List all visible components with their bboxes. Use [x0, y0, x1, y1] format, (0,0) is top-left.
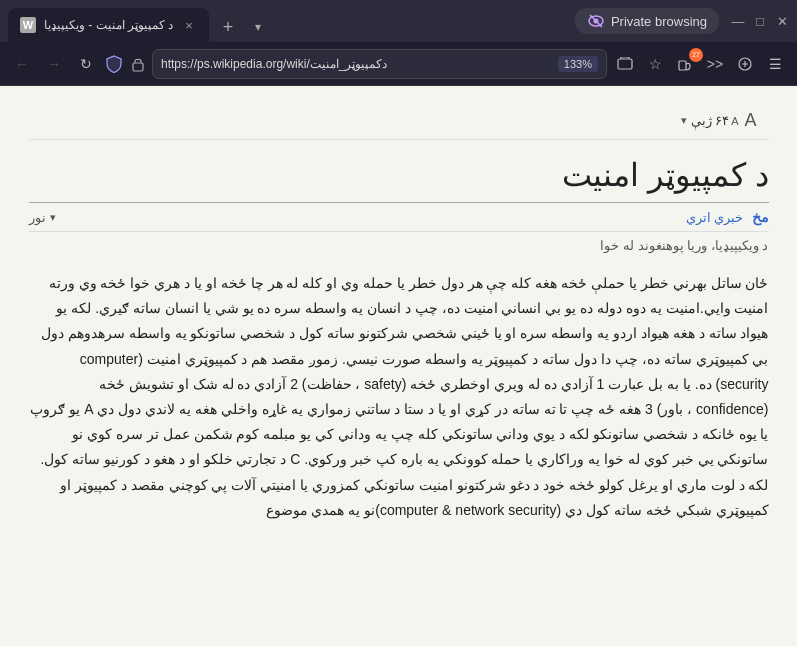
extensions-button[interactable]: 27 — [671, 50, 699, 78]
extensions-overflow-button[interactable]: >> — [701, 50, 729, 78]
url-text: https://ps.wikipedia.org/wiki/دکمپیوټر_ا… — [161, 57, 387, 71]
more-label: نور — [29, 210, 46, 225]
body-paragraph: ځان ساتل بهرني خطر یا حملې ځخه هغه کله چ… — [29, 271, 769, 523]
close-button[interactable]: ✕ — [775, 14, 789, 28]
wiki-nav-links: مخ خبري اتري ▾ نور — [29, 203, 769, 232]
svg-rect-4 — [679, 61, 686, 70]
forward-button[interactable]: → — [40, 50, 68, 78]
shield-icon — [104, 54, 124, 74]
translate-icon-small: A — [731, 115, 738, 127]
bookmark-button[interactable]: ☆ — [641, 50, 669, 78]
extensions-count: 27 — [689, 48, 703, 62]
active-tab[interactable]: W د کمپیوټر امنیت - ویکیپیډیا × — [8, 8, 209, 42]
screenshot-button[interactable] — [611, 50, 639, 78]
translate-icon: A — [744, 110, 756, 131]
menu-button[interactable]: ☰ — [761, 50, 789, 78]
nav-right-controls: ☆ 27 >> ☰ — [611, 50, 789, 78]
translation-dropdown-arrow[interactable]: ▾ — [681, 114, 687, 127]
back-button[interactable]: ← — [8, 50, 36, 78]
tab-dropdown-button[interactable]: ▾ — [243, 12, 273, 42]
maximize-button[interactable]: □ — [753, 14, 767, 28]
reload-button[interactable]: ↻ — [72, 50, 100, 78]
tab-title: د کمپیوټر امنیت - ویکیپیډیا — [44, 18, 173, 32]
lock-icon — [128, 54, 148, 74]
private-browsing-badge: Private browsing — [575, 8, 719, 34]
url-bar[interactable]: https://ps.wikipedia.org/wiki/دکمپیوټر_ا… — [152, 49, 607, 79]
tab-bar: W د کمپیوټر امنیت - ویکیپیډیا × + ▾ — [8, 0, 571, 42]
wiki-page: A A ۶۴ ژبې ▾ د کمپیوټر امنیت مخ خبري اتر… — [9, 86, 789, 563]
translation-bar: A A ۶۴ ژبې ▾ — [29, 102, 769, 140]
new-tab-button[interactable]: + — [213, 12, 243, 42]
main-tab-link[interactable]: مخ — [752, 209, 769, 225]
title-bar: W د کمپیوټر امنیت - ویکیپیډیا × + ▾ Priv… — [0, 0, 797, 42]
wiki-intro: د ویکیپیډیا، وریا پوهنغوند له خوا — [29, 232, 769, 259]
private-icon — [587, 12, 605, 30]
svg-rect-2 — [133, 63, 143, 71]
news-tab-link[interactable]: خبري اتري — [686, 210, 744, 225]
wiki-body: ځان ساتل بهرني خطر یا حملې ځخه هغه کله چ… — [29, 259, 769, 547]
minimize-button[interactable]: — — [731, 14, 745, 28]
translation-label: ۶۴ ژبې — [691, 113, 730, 128]
more-dropdown-arrow[interactable]: ▾ — [50, 211, 56, 224]
intro-text: د ویکیپیډیا، وریا پوهنغوند له خوا — [600, 238, 768, 253]
svg-rect-3 — [618, 59, 632, 69]
private-text: Private browsing — [611, 14, 707, 29]
add-ons-button[interactable] — [731, 50, 759, 78]
tab-close-button[interactable]: × — [181, 16, 197, 35]
page-title: د کمپیوټر امنیت — [29, 140, 769, 203]
navigation-bar: ← → ↻ https://ps.wikipedia.org/wiki/دکمپ… — [0, 42, 797, 86]
browser-window: W د کمپیوټر امنیت - ویکیپیډیا × + ▾ Priv… — [0, 0, 797, 646]
tab-favicon: W — [20, 17, 36, 33]
page-content: A A ۶۴ ژبې ▾ د کمپیوټر امنیت مخ خبري اتر… — [0, 86, 797, 646]
zoom-level: 133% — [558, 56, 598, 72]
window-controls: — □ ✕ — [731, 14, 789, 28]
